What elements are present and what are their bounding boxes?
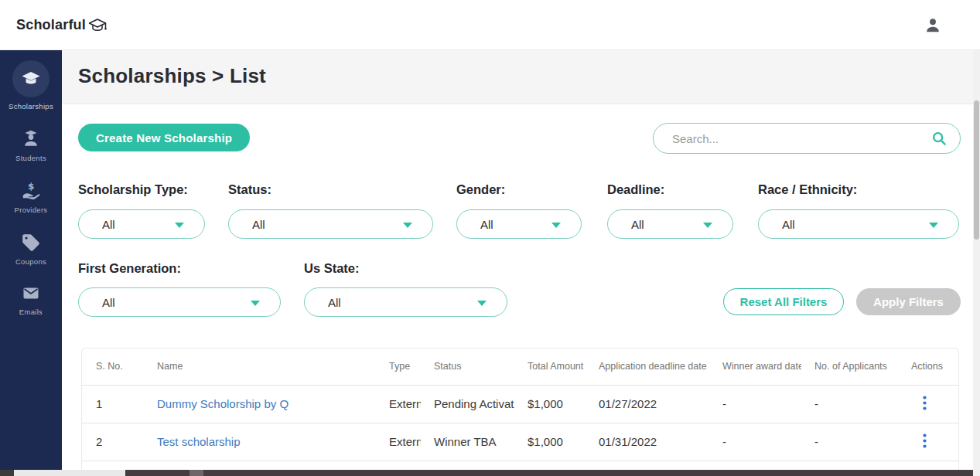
selected-value: All — [782, 218, 795, 231]
scholarships-table: S. No. Name Type Status Total Amount App… — [82, 348, 958, 470]
sidebar-item-students[interactable]: Students — [0, 129, 62, 162]
scrollbar-corner — [973, 470, 980, 476]
table-row: 1 Dummy Scholorship by Q External Pendin… — [82, 385, 958, 423]
envelope-icon — [20, 284, 42, 303]
cell-name: Dummy Scholorship by Q — [144, 385, 376, 423]
cell-sno: 1 — [82, 385, 144, 423]
reset-all-filters-button[interactable]: Reset All Filters — [723, 288, 844, 315]
search-input[interactable] — [672, 132, 930, 145]
sidebar-item-label: Emails — [19, 308, 43, 316]
horizontal-scrollbar-segment — [190, 470, 203, 476]
chevron-down-icon — [403, 223, 412, 228]
filter-dropdown-us-state[interactable]: All — [304, 287, 507, 317]
filter-label-gender: Gender: — [456, 182, 505, 197]
active-highlight — [12, 60, 50, 97]
graduation-cap-icon — [87, 17, 108, 34]
graduation-cap-icon — [21, 70, 41, 87]
sidebar-item-label: Scholarships — [9, 102, 53, 110]
scholarships-table-card: S. No. Name Type Status Total Amount App… — [81, 348, 959, 470]
search-icon[interactable] — [930, 130, 948, 147]
col-header-type: Type — [376, 348, 421, 385]
cell-total-amount: $1,000 — [514, 385, 586, 423]
cell-winner-award-date: - — [709, 423, 801, 461]
sidebar-nav: Scholarships Students $ Providers Coupon… — [0, 50, 62, 470]
filter-label-scholarship-type: Scholarship Type: — [78, 182, 188, 197]
breadcrumb: Scholarships > List — [78, 64, 266, 88]
horizontal-scrollbar-thumb[interactable] — [14, 470, 125, 476]
main-content: Create New Scholarship Scholarship Type:… — [62, 104, 973, 470]
cell-application-deadline-date: 01/31/2022 — [586, 423, 709, 461]
cell-application-deadline-date: 01/27/2022 — [586, 385, 709, 423]
apply-filters-button[interactable]: Apply Filters — [856, 288, 961, 315]
user-avatar-button[interactable] — [923, 15, 943, 36]
filter-dropdown-gender[interactable]: All — [456, 209, 582, 239]
col-header-total-amount: Total Amount — [514, 348, 586, 385]
sidebar-item-scholarships[interactable]: Scholarships — [0, 60, 62, 110]
hand-dollar-icon: $ — [20, 181, 42, 201]
table-row: 2 Test scholarship External Winner TBA $… — [82, 423, 958, 461]
sidebar-item-label: Providers — [15, 206, 48, 214]
col-header-winner-award-date: Winner award date — [709, 348, 801, 385]
student-icon — [20, 129, 42, 149]
chevron-down-icon — [703, 223, 712, 228]
cell-no-of-applicants: - — [801, 423, 898, 461]
col-header-actions: Actions — [898, 348, 958, 385]
chevron-down-icon — [251, 301, 260, 306]
horizontal-scrollbar-track — [0, 470, 980, 476]
filter-dropdown-status[interactable]: All — [228, 209, 433, 239]
svg-text:$: $ — [28, 181, 34, 192]
cell-no-of-applicants: - — [801, 385, 898, 423]
col-header-application-deadline-date: Application deadline date — [586, 348, 709, 385]
chevron-down-icon — [551, 223, 561, 228]
filter-dropdown-scholarship-type[interactable]: All — [78, 209, 205, 239]
cell-actions — [898, 385, 958, 423]
table-row-partial — [82, 461, 958, 470]
sidebar-item-label: Coupons — [15, 257, 46, 266]
scholarship-link[interactable]: Dummy Scholorship by Q — [157, 397, 289, 410]
sidebar-item-label: Students — [15, 154, 46, 162]
brand-logo[interactable]: Scholarful — [16, 15, 108, 34]
selected-value: All — [252, 218, 265, 231]
create-new-scholarship-button[interactable]: Create New Scholarship — [78, 124, 250, 151]
col-header-status: Status — [421, 348, 514, 385]
selected-value: All — [102, 296, 115, 309]
chevron-down-icon — [175, 223, 184, 228]
selected-value: All — [480, 218, 493, 231]
kebab-menu-icon[interactable] — [923, 396, 927, 410]
selected-value: All — [328, 296, 341, 309]
brand-name: Scholarful — [16, 17, 86, 33]
filter-label-status: Status: — [228, 182, 271, 197]
filter-label-deadline: Deadline: — [607, 182, 664, 197]
cell-name: Test scholarship — [144, 423, 376, 461]
filter-label-us-state: Us State: — [304, 261, 360, 276]
filter-dropdown-deadline[interactable]: All — [607, 209, 733, 239]
top-bar: Scholarful — [0, 0, 980, 50]
filter-label-first-generation: First Generation: — [78, 261, 181, 276]
cell-total-amount: $1,000 — [514, 423, 586, 461]
selected-value: All — [631, 218, 644, 231]
kebab-menu-icon[interactable] — [923, 434, 927, 448]
horizontal-scrollbar-cap — [0, 470, 14, 476]
chevron-down-icon — [929, 223, 938, 228]
col-header-sno: S. No. — [82, 348, 144, 385]
col-header-name: Name — [144, 348, 376, 385]
filter-dropdown-first-generation[interactable]: All — [78, 287, 281, 317]
chevron-down-icon — [477, 301, 487, 306]
search-box — [653, 123, 961, 154]
cell-sno: 2 — [82, 423, 144, 461]
vertical-scrollbar-thumb[interactable] — [974, 100, 979, 240]
table-header-row: S. No. Name Type Status Total Amount App… — [82, 348, 958, 385]
cell-status: Winner TBA — [421, 423, 514, 461]
selected-value: All — [102, 218, 115, 231]
sidebar-item-coupons[interactable]: Coupons — [0, 233, 62, 266]
filter-dropdown-race-ethnicity[interactable]: All — [758, 209, 959, 239]
cell-type: External — [376, 423, 421, 461]
cell-winner-award-date: - — [709, 385, 801, 423]
filter-label-race-ethnicity: Race / Ethnicity: — [758, 182, 857, 197]
sidebar-item-emails[interactable]: Emails — [0, 284, 62, 316]
sidebar-item-providers[interactable]: $ Providers — [0, 181, 62, 214]
cell-type: External — [376, 385, 421, 423]
scholarship-link[interactable]: Test scholarship — [157, 435, 241, 448]
breadcrumb-bar: Scholarships > List — [62, 50, 980, 104]
cell-actions — [898, 423, 958, 461]
